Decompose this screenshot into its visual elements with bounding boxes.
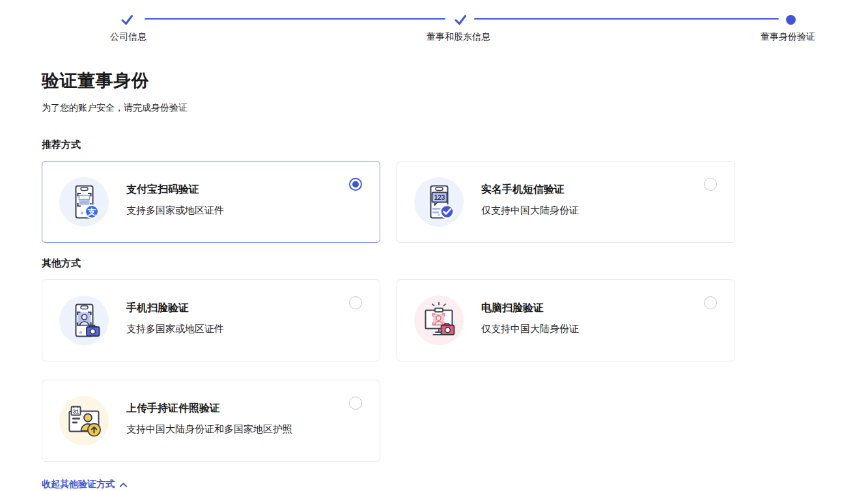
method-description: 支持多国家或地区证件: [126, 323, 224, 335]
step-label-director-shareholder-info: 董事和股东信息: [427, 31, 490, 43]
alipay-phone-scan-icon: 支: [59, 177, 109, 227]
radio-sms-verification[interactable]: [704, 178, 717, 191]
method-card-upload-id-photo[interactable]: 31 上传手持证件照验证 支持中国大陆身份证和多国家地区护照: [42, 380, 380, 462]
method-card-mobile-face-scan[interactable]: 手机扫脸验证 支持多国家或地区证件: [42, 279, 380, 361]
phone-face-scan-icon: [59, 296, 109, 345]
method-description: 支持中国大陆身份证和多国家地区护照: [126, 423, 292, 436]
method-title: 手机扫脸验证: [126, 302, 224, 315]
recommended-methods-heading: 推荐方式: [42, 139, 868, 151]
method-card-alipay-scan[interactable]: 支 支付宝扫码验证 支持多国家或地区证件: [42, 161, 380, 243]
method-title: 支付宝扫码验证: [126, 183, 224, 197]
page-title: 验证董事身份: [42, 69, 868, 92]
method-title: 实名手机短信验证: [481, 183, 579, 197]
other-methods-row-2: 31 上传手持证件照验证 支持中国大陆身份证和多国家地区护照: [42, 380, 868, 462]
radio-mobile-face-scan[interactable]: [349, 296, 362, 309]
other-methods-row-1: 手机扫脸验证 支持多国家或地区证件: [42, 279, 868, 361]
page-subtitle: 为了您的账户安全，请完成身份验证: [42, 102, 868, 114]
recommended-methods-row: 支 支付宝扫码验证 支持多国家或地区证件 123: [42, 161, 868, 243]
method-description: 仅支持中国大陆身份证: [481, 204, 579, 217]
step-2-check-icon: [452, 11, 469, 28]
onboarding-stepper: 公司信息 董事和股东信息 董事身份验证: [0, 0, 868, 46]
verification-page: 验证董事身份 为了您的账户安全，请完成身份验证 推荐方式 支 支付宝扫码验证: [0, 69, 868, 490]
radio-alipay-scan[interactable]: [349, 178, 362, 191]
stepper-connector-line: [145, 18, 445, 20]
method-title: 电脑扫脸验证: [481, 302, 579, 315]
step-1-check-icon: [119, 11, 135, 28]
collapse-other-methods-link[interactable]: 收起其他验证方式: [42, 479, 128, 490]
stepper-connector-line: [474, 18, 779, 20]
collapse-link-label: 收起其他验证方式: [42, 479, 115, 490]
alipay-logo-glyph: 支: [87, 207, 97, 217]
method-description: 仅支持中国大陆身份证: [481, 323, 579, 335]
method-description: 支持多国家或地区证件: [126, 204, 224, 217]
sms-bubble-digits: 123: [434, 194, 445, 201]
step-label-director-identity-verification: 董事身份验证: [761, 31, 815, 43]
calendar-day-glyph: 31: [73, 408, 79, 415]
upload-id-photo-icon: 31: [59, 396, 109, 445]
sms-code-phone-icon: 123: [414, 177, 464, 227]
method-card-sms-verification[interactable]: 123 实名手机短信验证 仅支持中国大陆身份证: [397, 161, 735, 243]
step-3-current-dot: [782, 11, 799, 28]
method-card-computer-face-scan[interactable]: 电脑扫脸验证 仅支持中国大陆身份证: [397, 279, 735, 361]
method-title: 上传手持证件照验证: [126, 402, 292, 415]
radio-computer-face-scan[interactable]: [704, 296, 717, 309]
other-methods-heading: 其他方式: [42, 257, 868, 270]
step-label-company-info: 公司信息: [110, 31, 147, 43]
chevron-up-icon: [119, 482, 128, 488]
radio-upload-id-photo[interactable]: [349, 397, 362, 410]
computer-face-scan-icon: [414, 296, 464, 345]
